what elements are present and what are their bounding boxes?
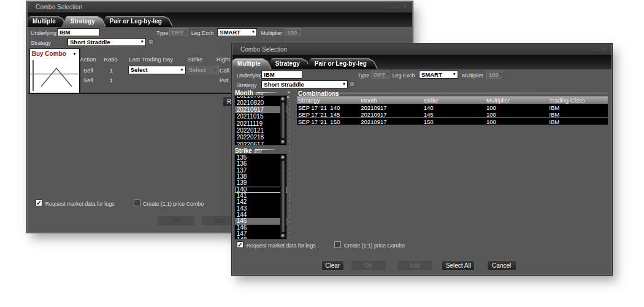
- scroll-down-icon[interactable]: ▼: [280, 139, 285, 144]
- tab-strategy[interactable]: Strategy: [61, 17, 105, 28]
- scrollbar-thumb[interactable]: [281, 102, 285, 139]
- list-item[interactable]: 20220617: [235, 141, 286, 146]
- check-icon: ✓: [237, 241, 242, 248]
- list-item[interactable]: 20211015: [235, 113, 286, 120]
- chevron-down-icon: ▼: [453, 72, 456, 77]
- column-header-strategy[interactable]: Strategy: [298, 97, 320, 104]
- legs-header-last-trading-day: Last Trading Day: [129, 56, 173, 63]
- divider: [257, 92, 277, 93]
- splitter-collapse-right-icon[interactable]: ▸: [288, 95, 289, 99]
- request-market-data-checkbox[interactable]: ✓: [237, 241, 243, 248]
- scroll-up-icon[interactable]: ▲: [280, 155, 285, 160]
- underlying-input[interactable]: IBM: [57, 28, 99, 36]
- scrollbar[interactable]: ▲ ▼: [280, 155, 286, 238]
- tab-pair-or-leg-by-leg[interactable]: Pair or Leg-by-leg: [305, 59, 377, 70]
- leg-exch-dropdown[interactable]: SMART▼: [217, 28, 257, 36]
- month-list[interactable]: 20210730 20210820 20210917 20211015 2021…: [234, 95, 287, 146]
- check-icon: ✓: [36, 200, 41, 206]
- globe-icon[interactable]: [148, 39, 154, 45]
- column-header-strike[interactable]: Strike: [424, 97, 439, 104]
- combination-row[interactable]: SEP 17 '21 145 20210917 145 100 IBM: [297, 111, 608, 117]
- leg-row-right: Put: [220, 77, 228, 84]
- leg-exch-label: Leg Exch: [393, 72, 415, 79]
- clear-button[interactable]: Clear: [321, 260, 344, 271]
- leg-exch-dropdown[interactable]: SMART▼: [419, 71, 458, 79]
- column-header-month[interactable]: Month: [361, 97, 377, 104]
- column-header-multiplier[interactable]: Multiplier: [486, 97, 510, 104]
- tab-multiple[interactable]: Multiple: [232, 59, 271, 70]
- ok-button[interactable]: OK: [351, 260, 386, 271]
- scroll-down-icon[interactable]: ▼: [280, 233, 285, 238]
- combo-selection-window-front: Combo Selection – ▪ × Multiple Strategy …: [232, 44, 612, 275]
- close-icon[interactable]: ×: [403, 4, 407, 10]
- list-item[interactable]: 20210820: [235, 99, 286, 106]
- splitter[interactable]: [289, 99, 289, 239]
- underlying-input[interactable]: IBM: [261, 71, 302, 79]
- create-price-combo-checkbox[interactable]: [134, 200, 140, 206]
- tab-multiple[interactable]: Multiple: [28, 17, 66, 28]
- legs-header-right: Right: [217, 56, 230, 63]
- scrollbar[interactable]: ▲ ▼: [280, 96, 286, 144]
- restore-icon[interactable]: ▪: [397, 4, 399, 10]
- list-item[interactable]: 148: [235, 237, 286, 239]
- request-market-data-checkbox[interactable]: ✓: [36, 200, 42, 206]
- multiplier-dropdown[interactable]: 100▼: [285, 28, 301, 36]
- tab-strategy[interactable]: Strategy: [266, 59, 310, 70]
- list-item[interactable]: 20211119: [235, 120, 286, 127]
- legs-header-strike: Strike: [188, 56, 202, 63]
- leg-exch-label: Leg Exch: [191, 30, 214, 36]
- minimize-icon[interactable]: –: [391, 4, 394, 10]
- strike-list[interactable]: 135 136 137 138 139 140 141 142 143 144 …: [234, 154, 287, 239]
- leg-row-ratio: 1: [110, 67, 113, 74]
- minimize-icon[interactable]: –: [591, 47, 593, 52]
- select-all-button[interactable]: Select All: [442, 260, 475, 271]
- create-price-combo-label: Create (1:1) price Combo: [344, 243, 405, 249]
- leg-last-trading-day-dropdown[interactable]: Select▼: [128, 66, 186, 75]
- window-controls: – ▪ ×: [591, 44, 606, 55]
- leg-row-ratio: 1: [110, 77, 113, 84]
- titlebar[interactable]: Combo Selection – ▪ ×: [28, 2, 412, 13]
- ok-button[interactable]: OK: [157, 216, 195, 226]
- scroll-up-icon[interactable]: ▲: [280, 96, 285, 101]
- list-item[interactable]: 20220218: [235, 134, 286, 141]
- multiplier-dropdown[interactable]: 100▼: [486, 71, 502, 79]
- window-title: Combo Selection: [240, 46, 287, 53]
- chevron-down-icon: ▼: [180, 68, 183, 72]
- tab-pair-or-leg-by-leg[interactable]: Pair or Leg-by-leg: [101, 17, 172, 28]
- list-item[interactable]: 20220121: [235, 127, 286, 134]
- chevron-down-icon: ▼: [72, 52, 76, 56]
- globe-icon[interactable]: [349, 81, 355, 87]
- restore-icon[interactable]: ▪: [597, 47, 599, 52]
- leg-strike-dropdown[interactable]: Select▼: [186, 66, 219, 75]
- type-label: Type: [358, 72, 369, 79]
- chevron-down-icon: ▼: [183, 30, 187, 34]
- chevron-down-icon: ▼: [140, 40, 144, 44]
- tab-strip: Multiple Strategy Pair or Leg-by-leg: [232, 55, 611, 69]
- chevron-down-icon: ▼: [213, 68, 217, 72]
- strategy-dropdown[interactable]: Short Straddle▼: [261, 80, 348, 88]
- cancel-button[interactable]: Cancel: [487, 260, 516, 271]
- legs-header-action: Action: [80, 56, 96, 63]
- titlebar[interactable]: Combo Selection – ▪ ×: [232, 44, 611, 55]
- list-item-selected[interactable]: 20210917: [235, 106, 286, 113]
- divider-handle: [275, 148, 277, 150]
- create-price-combo-checkbox[interactable]: [334, 241, 341, 248]
- splitter-collapse-left-icon[interactable]: ◂: [288, 90, 289, 94]
- underlying-label: Underlying: [237, 72, 263, 79]
- add-button[interactable]: Add: [397, 260, 432, 271]
- close-icon[interactable]: ×: [602, 46, 606, 53]
- combo-preview-panel: Buy Combo ▼: [29, 49, 80, 93]
- window-title: Combo Selection: [36, 4, 82, 10]
- request-market-data-label: Request market data for legs: [45, 201, 115, 207]
- combo-preview-dropdown[interactable]: Buy Combo ▼: [30, 49, 79, 58]
- chevron-down-icon: ▼: [342, 82, 346, 87]
- column-header-trading-class[interactable]: Trading Class: [549, 97, 585, 104]
- type-dropdown[interactable]: OPT▼: [169, 28, 188, 36]
- strategy-dropdown[interactable]: Short Straddle▼: [67, 38, 146, 46]
- chevron-down-icon: ▼: [297, 30, 301, 34]
- leg-row-action: Sell: [83, 67, 93, 74]
- combination-row[interactable]: SEP 17 '21 140 20210917 140 100 IBM: [297, 104, 608, 111]
- combination-row[interactable]: SEP 17 '21 150 20210917 150 100 IBM: [297, 118, 608, 125]
- scrollbar-thumb[interactable]: [281, 160, 285, 233]
- type-dropdown[interactable]: OPT▼: [371, 71, 389, 79]
